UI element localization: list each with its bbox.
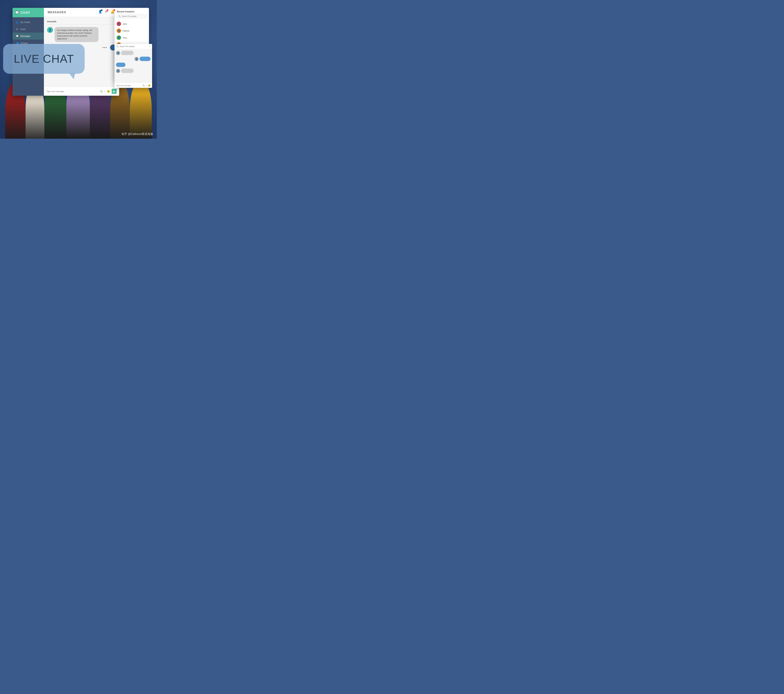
sender-avatar: 👤 (47, 27, 53, 33)
contact-avatar-ama: 👤 (117, 35, 121, 40)
popup-search-input[interactable] (120, 45, 149, 48)
popup-search-icon: 🔍 (116, 45, 119, 48)
popup-avatar-sent: 👤 (135, 57, 138, 61)
message-row-received: 👤 Our images combine concept, styling, a… (47, 27, 116, 42)
popup-close-button[interactable]: × (149, 45, 150, 48)
popup-input-area: 📎 + 😊 (114, 83, 152, 88)
mail-badge: ! (107, 9, 109, 11)
contact-avatar-pattrick: 👤 (117, 28, 121, 33)
emoji-icon[interactable]: 😊 (107, 90, 110, 93)
popup-bubble-2 (121, 69, 133, 73)
messages-icon: 💬 (16, 35, 18, 37)
mail-btn[interactable]: ✉ ! (105, 10, 108, 13)
popup-msg-sent-1: 👤 (116, 57, 150, 61)
search-icon: 🔍 (119, 15, 121, 17)
popup-msg-received-2: 👤 (116, 69, 150, 73)
popup-header: 🔍 × (114, 44, 152, 49)
popup-bubble-sent-1 (140, 57, 150, 61)
nav-item-messages[interactable]: 💬 Messages (13, 33, 44, 40)
live-chat-text: LIVE CHAT (14, 53, 74, 65)
dot-1 (102, 47, 104, 48)
popup-msg-received-1: 👤 (116, 51, 150, 55)
contact-name-ama: Ama... (123, 36, 128, 39)
speech-bubble: LIVE CHAT (3, 44, 85, 74)
add-icon[interactable]: + (104, 90, 106, 93)
nav-item-feed[interactable]: ☰ Feed (13, 26, 44, 33)
nav-label-feed: Feed (20, 28, 25, 30)
add-badge: + (101, 10, 102, 11)
contact-jane[interactable]: 👤 Jane (114, 20, 149, 27)
bell-badge: ! (114, 9, 115, 11)
add-person-btn[interactable]: 👤 + (98, 10, 102, 13)
live-chat-bubble: LIVE CHAT (3, 44, 91, 78)
sidebar-header: 💬 CHAT (13, 8, 44, 17)
contact-avatar-jane: 👤 (117, 21, 121, 26)
popup-chat: 🔍 × 👤 👤 👤 📎 + 😊 (114, 44, 152, 88)
contact-name-pattrick: Pattrick (123, 30, 129, 32)
contacts-header: Recent Contacts (114, 8, 149, 14)
popup-add-icon[interactable]: + (146, 84, 147, 87)
bell-btn[interactable]: 🔔 ! (110, 10, 114, 13)
message-bubble-received: Our images combine concept, styling, and… (54, 27, 99, 42)
conversation-name: Amanda (47, 20, 116, 25)
person-7 (130, 80, 152, 138)
typing-dots (100, 46, 109, 49)
contacts-search-input[interactable] (122, 15, 145, 17)
input-icons: 📎 + 😊 (100, 90, 110, 93)
nav-item-profile[interactable]: 👤 My Profile (13, 19, 44, 26)
nav-label-messages: Messages (20, 35, 30, 37)
popup-emoji-icon[interactable]: 😊 (148, 84, 150, 87)
top-toolbar: 👤 + ✉ ! 🔔 ! (98, 10, 114, 13)
send-button[interactable]: ▶ (112, 89, 117, 94)
contacts-search-box[interactable]: 🔍 (116, 14, 147, 18)
popup-bubble-sent-2 (116, 63, 125, 67)
sidebar-title: CHAT (21, 11, 30, 15)
popup-messages: 👤 👤 👤 (114, 49, 152, 83)
popup-msg-sent-2 (116, 63, 150, 67)
nav-label-profile: My Profile (20, 21, 30, 23)
dot-2 (104, 47, 105, 48)
dot-3 (106, 47, 107, 48)
chat-icon: 💬 (15, 11, 19, 15)
messages-title: MESSAGES (48, 11, 66, 14)
contact-ama[interactable]: 👤 Ama... (114, 34, 149, 41)
feed-icon: ☰ (16, 28, 18, 30)
popup-avatar-2: 👤 (116, 69, 120, 73)
contact-name-jane: Jane (123, 23, 127, 25)
input-area: 📎 + 😊 ▶ (44, 87, 119, 96)
popup-attachment-icon[interactable]: 📎 (142, 84, 145, 87)
profile-icon: 👤 (16, 21, 18, 23)
contact-pattrick[interactable]: 👤 Pattrick (114, 27, 149, 34)
popup-avatar-1: 👤 (116, 51, 120, 55)
popup-message-input[interactable] (116, 84, 142, 86)
popup-search: 🔍 (116, 45, 149, 48)
watermark: 知乎 @Callnovo客诺海服 (122, 132, 153, 136)
message-input[interactable] (46, 90, 98, 92)
contacts-title: Recent Contacts (117, 10, 134, 13)
attachment-icon[interactable]: 📎 (100, 90, 103, 93)
popup-input-icons: 📎 + 😊 (142, 84, 150, 87)
popup-bubble-1 (121, 51, 133, 55)
sidebar-nav: 👤 My Profile ☰ Feed 💬 Messages 👥 Groups (13, 17, 44, 48)
